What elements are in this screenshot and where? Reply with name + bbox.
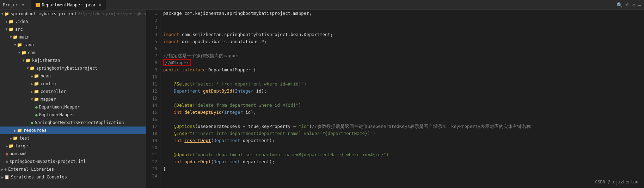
src-label: src [15, 27, 23, 32]
line-num-11: 11 [149, 81, 157, 88]
arrow-icon: ▶ [26, 67, 30, 69]
mapper-folder-icon: 📁 [34, 97, 39, 102]
project-menu[interactable]: Project ▼ [3, 2, 24, 7]
vcs-icon[interactable]: ⟲ [625, 2, 630, 8]
sidebar-item-external-libraries[interactable]: ▶ ⚙ External Libraries [0, 165, 146, 173]
line-num-5: 5 [149, 38, 157, 45]
project-folder-icon: 📁 [4, 12, 9, 16]
code-editor[interactable]: 1 2 3 4 5 6 7 8 9 10 11 12 13 14 15 16 1… [146, 10, 644, 188]
kejizhentan-folder-icon: 📁 [25, 58, 31, 63]
sidebar-item-kejizhentan[interactable]: ▶ 📁 kejizhentan [0, 57, 146, 64]
code-line-23: } [163, 165, 644, 172]
sidebar-item-application[interactable]: ● SpringbootMybatisProjectApplication [0, 119, 146, 127]
code-line-7: //指定这是一个操作数据库的mapper [163, 52, 644, 59]
code-line-14: @Delete("delete from department where id… [163, 102, 644, 109]
arrow-icon: ▶ [18, 52, 22, 54]
employee-mapper-label: EmployeeMapper [39, 112, 75, 117]
project-label: Project [3, 2, 21, 7]
code-line-22: int updateDept(Department department); [163, 158, 644, 165]
project-root-label: springboot-mybatis-project [11, 11, 77, 16]
java-file-icon [36, 3, 40, 7]
config-label: config [41, 81, 56, 86]
sidebar-item-resources[interactable]: ▶ 📁 resources [0, 127, 146, 134]
sidebar-item-test[interactable]: ▶ 📁 test [0, 134, 146, 142]
line-num-10: 10 [149, 74, 157, 81]
sidebar-item-config[interactable]: ▶ 📁 config [0, 80, 146, 88]
line-num-15: 15 [149, 109, 157, 116]
java-folder-icon: 📁 [17, 42, 22, 47]
line-num-3: 3 [149, 24, 157, 31]
arrow-icon: ▶ [14, 129, 16, 133]
tab-close-btn[interactable]: × [99, 2, 101, 7]
top-bar-actions: 🔍 ⟲ ⚙ — [617, 2, 641, 8]
arrow-icon: ▶ [1, 175, 4, 179]
scratches-label: Scratches and Consoles [11, 175, 67, 180]
line-num-13: 13 [149, 95, 157, 102]
external-libraries-label: External Libraries [8, 167, 54, 172]
code-line-24 [163, 172, 644, 180]
watermark-text: CSDN @kejizhentan [595, 180, 638, 184]
code-content: package com.kejizhentan.springbootmybati… [160, 10, 644, 188]
settings-icon[interactable]: ⚙ [632, 2, 635, 8]
sidebar-item-com[interactable]: ▶ 📁 com [0, 49, 146, 57]
xml-icon: ▦ [6, 152, 8, 156]
department-mapper-label: DepartmentMapper [39, 105, 80, 110]
application-label: SpringbootMybatisProjectApplication [35, 120, 124, 125]
line-num-6: 6 [149, 45, 157, 52]
code-line-5: import org.apache.ibatis.annotations.*; [163, 38, 644, 45]
arrow-icon: ▶ [30, 98, 34, 100]
sidebar-item-pom[interactable]: ▦ pom.xml [0, 150, 146, 158]
sidebar-item-controller[interactable]: ▶ 📁 controller [0, 88, 146, 95]
more-icon[interactable]: — [638, 2, 641, 8]
line-numbers: 1 2 3 4 5 6 7 8 9 10 11 12 13 14 15 16 1… [146, 10, 160, 188]
arrow-icon: ▶ [5, 28, 9, 30]
sidebar-item-project-root[interactable]: ▶ 📁 springboot-mybatis-project E:\kejizh… [0, 10, 146, 18]
code-line-20 [163, 144, 644, 151]
line-num-8: 8 [149, 59, 157, 66]
sidebar-item-scratches[interactable]: ▶ 📋 Scratches and Consoles [0, 173, 146, 181]
main-label: main [19, 35, 30, 40]
sidebar-item-java[interactable]: ▶ 📁 java [0, 41, 146, 49]
iml-icon: ▦ [6, 159, 8, 164]
arrow-icon: ▶ [13, 44, 17, 46]
interface-icon2: ● [35, 113, 38, 117]
sidebar-item-target[interactable]: ▶ 📁 target [0, 142, 146, 150]
sidebar-item-main[interactable]: ▶ 📁 main [0, 33, 146, 41]
line-num-7: 7 [149, 52, 157, 59]
mapper-label: mapper [41, 97, 56, 102]
config-folder-icon: 📁 [34, 81, 39, 86]
interface-icon: ● [35, 105, 38, 110]
top-bar: Project ▼ DepartmentMapper.java × 🔍 ⟲ ⚙ … [0, 0, 644, 10]
sidebar-item-employee-mapper[interactable]: ● EmployeeMapper [0, 111, 146, 119]
arrow-icon: ▶ [31, 82, 33, 86]
tab-filename: DepartmentMapper.java [42, 2, 96, 7]
active-tab[interactable]: DepartmentMapper.java × [31, 0, 106, 10]
project-dropdown-icon[interactable]: ▼ [22, 3, 24, 7]
code-line-16 [163, 116, 644, 123]
code-line-2 [163, 17, 644, 24]
code-line-21: @Update("update department set departmen… [163, 151, 644, 158]
arrow-icon: ▶ [31, 74, 33, 78]
sidebar-item-springbootmybatisproject[interactable]: ▶ 📁 springbootmybatisproject [0, 64, 146, 72]
sidebar-item-src[interactable]: ▶ 📁 src [0, 25, 146, 33]
code-line-11: @Select("select * from department where … [163, 81, 644, 88]
arrow-icon: ▶ [31, 90, 33, 94]
search-everywhere-icon[interactable]: 🔍 [617, 2, 622, 8]
line-num-22: 22 [149, 158, 157, 165]
arrow-icon: ▶ [1, 13, 5, 15]
watermark: CSDN @kejizhentan [595, 180, 638, 184]
sidebar-item-bean[interactable]: ▶ 📁 bean [0, 72, 146, 80]
sidebar-item-idea[interactable]: ▶ 📁 .idea [0, 18, 146, 25]
line-num-19: 19 [149, 137, 157, 144]
com-folder-icon: 📁 [21, 50, 26, 55]
code-line-3 [163, 24, 644, 31]
controller-folder-icon: 📁 [34, 89, 39, 94]
target-label: target [15, 143, 30, 148]
tab-bar: DepartmentMapper.java × [31, 0, 106, 10]
sidebar-item-department-mapper[interactable]: ● DepartmentMapper [0, 103, 146, 111]
sidebar-item-iml[interactable]: ▦ springboot-mybatis-project.iml [0, 158, 146, 165]
sidebar-item-mapper[interactable]: ▶ 📁 mapper [0, 95, 146, 103]
line-num-9: 9 [149, 66, 157, 74]
scratches-icon: 📋 [4, 175, 10, 180]
sidebar: ▶ 📁 springboot-mybatis-project E:\kejizh… [0, 10, 146, 188]
